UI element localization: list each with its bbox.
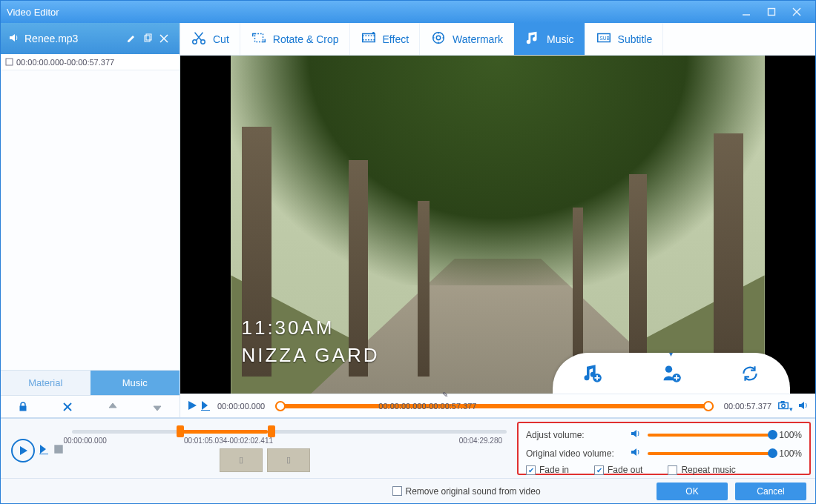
lower-play-button[interactable] — [11, 439, 35, 462]
copy-icon[interactable] — [139, 33, 156, 44]
caption-line2: NIZZA GARD — [241, 344, 379, 367]
close-button[interactable] — [784, 1, 809, 23]
timeline-end-label: 00:00:57.377 — [724, 402, 771, 411]
subtitle-icon: SUB — [596, 30, 612, 48]
clip-thumbnail[interactable]: ▯ — [220, 448, 263, 472]
lower-play-from-start-button[interactable] — [38, 443, 50, 458]
speaker-icon — [8, 32, 20, 46]
fade-in-checkbox[interactable]: ✔Fade in — [526, 465, 569, 475]
edit-icon[interactable] — [123, 33, 139, 44]
chevron-down-icon[interactable]: ▾ — [669, 350, 673, 358]
tab-material[interactable]: Material — [1, 371, 91, 395]
lower-stop-button[interactable] — [53, 443, 65, 458]
video-preview[interactable]: 11:30AM NIZZA GARD ▾ — [180, 56, 815, 394]
svg-text:SUB: SUB — [599, 36, 609, 41]
tool-cut-label: Cut — [213, 33, 229, 45]
window-title: Video Editor — [7, 7, 734, 18]
adjust-volume-icon[interactable] — [630, 428, 642, 442]
toolstrip: Cut Rotate & Crop Effect Watermark Music — [180, 23, 815, 56]
footer: 00:00:00.000 00:01:05.034-00:02:02.411 0… — [1, 417, 815, 503]
tool-music-label: Music — [547, 33, 574, 45]
sidebar-spacer — [1, 70, 180, 370]
sidebar: Renee.mp3 00:00:00.000-00:00:57.377 Mate… — [1, 23, 180, 417]
tool-watermark-label: Watermark — [453, 33, 503, 45]
cut-icon — [191, 30, 207, 48]
music-icon — [524, 30, 541, 48]
add-music-button[interactable] — [577, 359, 607, 388]
slider-knob[interactable] — [768, 448, 777, 458]
sidebar-clip-range: 00:00:00.000-00:00:57.377 — [16, 58, 114, 67]
tool-subtitle[interactable]: SUB Subtitle — [585, 23, 664, 55]
adjust-volume-slider[interactable] — [648, 434, 773, 437]
tool-rotate-crop-label: Rotate & Crop — [273, 33, 339, 45]
lower-track-marker-end[interactable] — [268, 425, 275, 437]
lower-track[interactable] — [72, 430, 507, 434]
scene-tree — [573, 208, 583, 377]
preview-timeline: 00:00:00.000 ✎ 00:00:00.000-00:00:57.377… — [180, 394, 815, 417]
lower-timeline: 00:00:00.000 00:01:05.034-00:02:02.411 0… — [1, 419, 517, 478]
lower-track-marker-start[interactable] — [177, 425, 184, 437]
remove-original-sound-checkbox[interactable]: Remove original sound from video — [392, 486, 541, 497]
tool-cut[interactable]: Cut — [180, 23, 240, 55]
lower-play-controls — [11, 439, 65, 462]
sidebar-header: Renee.mp3 — [1, 23, 180, 54]
move-down-icon[interactable] — [148, 398, 166, 416]
repeat-music-label: Repeat music — [681, 465, 735, 475]
timeline-start-handle[interactable] — [275, 401, 286, 411]
tool-rotate-crop[interactable]: Rotate & Crop — [240, 23, 350, 55]
preview-scene: 11:30AM NIZZA GARD — [231, 56, 764, 394]
ok-button[interactable]: OK — [657, 483, 728, 500]
play-from-start-button[interactable] — [200, 399, 211, 413]
timeline-end-handle[interactable] — [703, 401, 714, 411]
cancel-button[interactable]: Cancel — [735, 483, 806, 500]
sidebar-close-icon[interactable] — [156, 34, 172, 43]
slider-knob[interactable] — [768, 430, 777, 440]
tool-effect[interactable]: Effect — [350, 23, 421, 55]
tab-music[interactable]: Music — [91, 371, 180, 395]
original-volume-slider[interactable] — [648, 452, 773, 455]
right-pane: Cut Rotate & Crop Effect Watermark Music — [180, 23, 815, 417]
sidebar-file-name: Renee.mp3 — [24, 33, 123, 44]
watermark-icon — [430, 30, 447, 48]
original-volume-value: 100% — [779, 448, 802, 459]
svg-point-25 — [782, 404, 785, 407]
lower-track-labels: 00:00:00.000 00:01:05.034-00:02:02.411 0… — [72, 437, 507, 445]
fade-in-label: Fade in — [539, 465, 569, 475]
remove-icon[interactable] — [59, 398, 76, 416]
maximize-button[interactable] — [759, 1, 784, 23]
lock-icon[interactable] — [14, 398, 32, 416]
svg-rect-4 — [145, 36, 150, 42]
tool-music[interactable]: Music — [514, 23, 585, 55]
remove-original-sound-label: Remove original sound from video — [406, 486, 541, 497]
tool-subtitle-label: Subtitle — [618, 33, 653, 45]
refresh-button[interactable] — [735, 359, 765, 388]
svg-point-18 — [436, 36, 441, 40]
timeline-track[interactable]: ✎ — [275, 404, 714, 408]
snapshot-button[interactable]: ▾ — [777, 399, 793, 413]
original-volume-row: Original video volume: 100% — [526, 446, 802, 460]
music-settings-panel: Adjust volume: 100% Original video volum… — [517, 422, 811, 475]
sidebar-clip-entry[interactable]: 00:00:00.000-00:00:57.377 — [1, 54, 180, 70]
adjust-volume-row: Adjust volume: 100% — [526, 428, 802, 442]
lower-thumbnails: ▯ ▯ — [220, 448, 507, 472]
repeat-music-checkbox[interactable]: Repeat music — [668, 465, 735, 475]
add-voice-button[interactable] — [657, 359, 686, 388]
tool-watermark[interactable]: Watermark — [420, 23, 514, 55]
timeline-edit-marker-icon: ✎ — [442, 391, 448, 399]
sidebar-tabs: Material Music — [1, 370, 180, 395]
lower-t0: 00:00:00.000 — [63, 437, 106, 445]
caption-line1: 11:30AM — [241, 316, 379, 339]
music-options-row: ✔Fade in ✔Fade out Repeat music — [526, 465, 802, 475]
play-button[interactable] — [186, 399, 198, 413]
preview-playback-controls — [186, 399, 211, 413]
move-up-icon[interactable] — [104, 398, 122, 416]
svg-rect-8 — [6, 59, 13, 65]
tool-effect-label: Effect — [383, 33, 409, 45]
adjust-volume-value: 100% — [779, 430, 802, 440]
fade-out-checkbox[interactable]: ✔Fade out — [594, 465, 642, 475]
volume-button[interactable] — [797, 399, 809, 413]
original-volume-icon[interactable] — [630, 446, 642, 460]
minimize-button[interactable] — [734, 1, 759, 23]
scene-canopy — [231, 56, 764, 285]
clip-thumbnail[interactable]: ▯ — [267, 448, 310, 472]
